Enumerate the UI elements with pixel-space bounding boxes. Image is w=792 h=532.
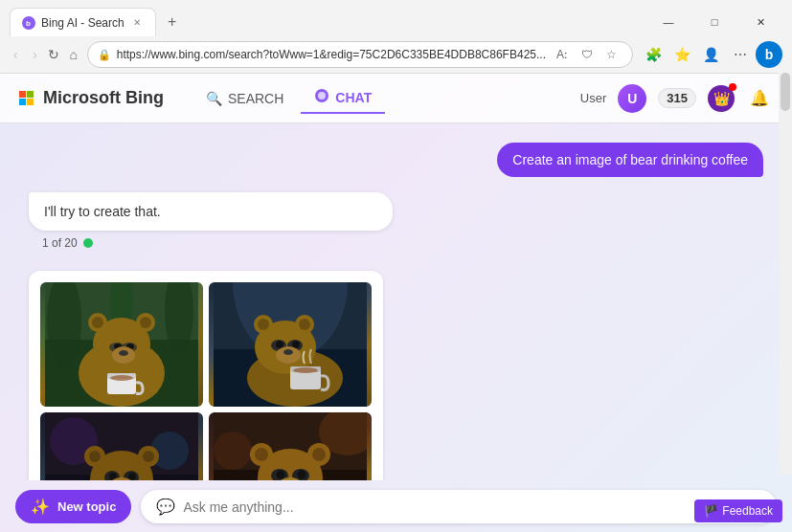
tab-close-button[interactable]: ✕ [130,16,144,30]
forward-button[interactable]: › [29,42,40,67]
read-aloud-button[interactable]: Aː [552,44,573,65]
chat-input-field[interactable] [183,499,761,515]
search-nav-label: SEARCH [228,91,283,106]
chat-nav-item[interactable]: CHAT [301,82,385,114]
ai-message-bubble: I'll try to create that. [29,192,393,231]
chat-nav-label: CHAT [335,90,372,105]
svg-point-38 [283,349,293,355]
bing-app: Microsoft Bing 🔍 SEARCH CHAT User U [0,74,792,532]
svg-point-14 [140,317,151,328]
svg-point-74 [298,471,306,479]
home-button[interactable]: ⌂ [68,42,79,67]
svg-point-3 [318,92,326,100]
microsoft-logo [19,91,34,105]
bing-logo-text: Microsoft Bing [43,88,164,108]
generated-image-1[interactable] [40,282,203,407]
chat-area: Create an image of bear drinking coffee … [0,123,792,480]
svg-text:b: b [26,19,31,28]
image-grid [40,282,372,480]
lock-icon: 🔒 [98,49,111,61]
url-text: https://www.bing.com/search?toWww=1&redi… [117,48,546,61]
ms-square-blue [19,99,26,105]
feedback-label: Feedback [722,504,773,518]
svg-point-73 [277,471,285,479]
svg-point-51 [143,451,154,462]
user-label: User [580,91,606,105]
user-message-bubble: Create an image of bear drinking coffee [497,143,763,177]
minimize-button[interactable]: — [646,8,690,36]
tab-title: Bing AI - Search [41,16,124,30]
active-tab[interactable]: b Bing AI - Search ✕ [10,8,156,36]
svg-point-50 [89,451,101,462]
address-actions: Aː 🛡 ☆ [552,44,622,65]
feedback-button[interactable]: 🏴 Feedback [694,499,782,522]
search-nav-icon: 🔍 [206,91,222,106]
bing-header: Microsoft Bing 🔍 SEARCH CHAT User U [0,74,792,123]
new-tab-button[interactable]: + [160,10,185,34]
bing-copilot-button[interactable]: b [756,41,782,68]
scrollbar-thumb[interactable] [781,73,790,111]
generated-image-4[interactable] [209,412,372,480]
ms-square-red [19,91,26,98]
search-nav-item[interactable]: 🔍 SEARCH [192,85,297,112]
svg-point-69 [255,448,268,461]
address-bar[interactable]: 🔒 https://www.bing.com/search?toWww=1&re… [87,41,633,68]
svg-point-23 [110,375,133,381]
address-bar-row: ‹ › ↻ ⌂ 🔒 https://www.bing.com/search?to… [0,36,792,73]
svg-point-55 [128,473,136,480]
chat-input-wrapper: 💬 [141,490,777,523]
chat-input-bar: ✨ New topic 💬 [0,480,792,532]
tab-bar: b Bing AI - Search ✕ + [10,8,641,36]
favorites-button[interactable]: ☆ [601,44,622,65]
bing-navigation: 🔍 SEARCH CHAT [192,82,385,114]
svg-point-41 [293,367,318,373]
tab-favicon: b [22,16,35,30]
profile-button[interactable]: 👤 [698,41,725,68]
tracking-button[interactable]: 🛡 [577,44,598,65]
header-right: User U 315 👑 🔔 [580,84,773,113]
maximize-button[interactable]: □ [692,8,736,36]
notifications-button[interactable]: 🔔 [746,85,773,112]
svg-point-31 [258,319,269,330]
avatar-initials: U [627,91,637,106]
counter-status-dot [83,238,93,248]
refresh-button[interactable]: ↻ [48,42,59,67]
message-counter: 1 of 20 [29,231,393,255]
chat-nav-icon [314,88,329,106]
more-button[interactable]: ⋯ [727,41,754,68]
generated-images-container [29,271,383,480]
chat-bubble-icon: 💬 [156,498,175,516]
bing-logo[interactable]: Microsoft Bing [19,88,164,108]
browser-chrome: b Bing AI - Search ✕ + — □ ✕ ‹ › ↻ ⌂ 🔒 h… [0,0,792,74]
ai-message-text: I'll try to create that. [44,204,161,219]
counter-text: 1 of 20 [42,236,78,250]
svg-point-70 [312,448,326,461]
rewards-icon-symbol: 👑 [713,91,730,106]
ms-square-green [27,91,34,98]
svg-point-64 [214,432,252,470]
generated-image-3[interactable] [40,412,203,480]
svg-point-13 [92,317,103,328]
user-message: Create an image of bear drinking coffee [29,143,763,177]
back-button[interactable]: ‹ [10,42,21,67]
svg-point-32 [299,319,310,330]
collections-button[interactable]: ⭐ [669,41,696,68]
close-button[interactable]: ✕ [738,8,782,36]
svg-point-20 [119,350,128,356]
window-controls: — □ ✕ [646,8,782,36]
user-avatar[interactable]: U [618,84,646,113]
feedback-flag-icon: 🏴 [704,504,718,518]
ai-message: I'll try to create that. 1 of 20 [29,192,393,255]
svg-point-35 [276,341,283,348]
scrollbar-track[interactable] [779,73,792,475]
generated-image-2[interactable] [209,282,372,407]
new-topic-button[interactable]: ✨ New topic [15,490,131,523]
sparkle-icon: ✨ [31,498,50,516]
rewards-notification-dot [729,83,736,91]
title-bar: b Bing AI - Search ✕ + — □ ✕ [0,0,792,36]
rewards-button[interactable]: 👑 [708,85,735,112]
toolbar-icons: 🧩 ⭐ 👤 ⋯ b [641,41,782,68]
points-badge[interactable]: 315 [658,88,696,108]
extensions-button[interactable]: 🧩 [641,41,668,68]
ms-square-yellow [27,99,34,105]
